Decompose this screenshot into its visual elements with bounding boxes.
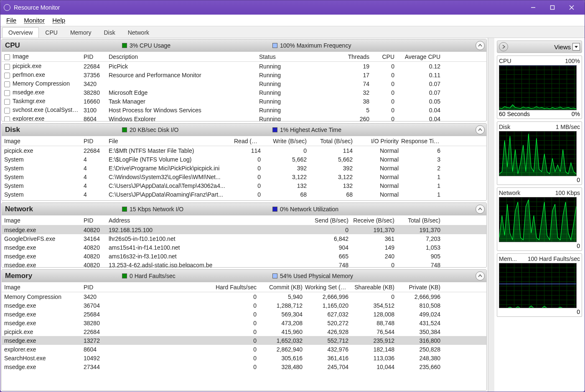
chart-title: Mem... xyxy=(499,255,517,262)
table-row[interactable]: svchost.exe (LocalSystemNet...3100Host P… xyxy=(2,106,486,114)
swatch-blue-icon xyxy=(272,207,277,212)
row-checkbox[interactable] xyxy=(4,73,10,78)
row-checkbox[interactable] xyxy=(4,99,10,105)
table-row[interactable]: explorer.exe860402,862,940432,976182,148… xyxy=(2,345,486,354)
swatch-green-icon xyxy=(122,127,127,132)
svg-marker-4 xyxy=(575,46,578,48)
table-row[interactable]: Memory Compression3420Running7400.07 xyxy=(2,79,486,88)
chart-scale: 100% xyxy=(565,58,580,64)
table-row[interactable]: msedge.exe40820192.168.125.1000191,37019… xyxy=(2,225,486,234)
panel-memory-header[interactable]: Memory 0 Hard Faults/sec 54% Used Physic… xyxy=(2,270,486,282)
close-button[interactable] xyxy=(562,0,581,15)
views-dropdown[interactable]: Views xyxy=(554,43,580,51)
table-row[interactable]: perfmon.exe37356Resource and Performance… xyxy=(2,71,486,79)
table-row[interactable]: msedge.exe38280Microsoft EdgeRunning3200… xyxy=(2,88,486,97)
table-row[interactable]: msedge.exe40820ams15s41-in-f14.1e100.net… xyxy=(2,243,486,252)
table-row[interactable]: System4C:\Users\JP\AppData\Local\Temp\43… xyxy=(2,181,486,190)
network-table-header[interactable]: ImagePIDAddress Send (B/sec)Receive (B/s… xyxy=(2,215,486,225)
disk-active-label: 1% Highest Active Time xyxy=(280,126,341,133)
table-row[interactable]: System4C:\Windows\System32\LogFiles\WMI\… xyxy=(2,172,486,181)
collapse-button[interactable] xyxy=(476,205,485,214)
panel-title: CPU xyxy=(5,41,122,50)
panel-network: Network 15 Kbps Network I/O 0% Network U… xyxy=(1,202,487,268)
disk-table-header[interactable]: ImagePIDFile Read (B/sec)Write (B/sec) T… xyxy=(2,136,486,146)
chart-foot-left: 60 Seconds xyxy=(499,111,530,117)
side-chart-network: Network100 Kbps 0 xyxy=(497,187,582,251)
collapse-button[interactable] xyxy=(476,125,485,134)
checkbox-all[interactable] xyxy=(4,54,10,60)
panel-title: Disk xyxy=(5,126,122,134)
collapse-button[interactable] xyxy=(476,41,485,50)
row-checkbox[interactable] xyxy=(4,90,10,96)
tab-overview[interactable]: Overview xyxy=(2,27,39,38)
table-row[interactable]: GoogleDriveFS.exe34164lhr26s05-in-f10.1e… xyxy=(2,234,486,243)
tab-disk[interactable]: Disk xyxy=(97,27,121,38)
tab-memory[interactable]: Memory xyxy=(64,27,98,38)
titlebar[interactable]: Resource Monitor xyxy=(0,0,585,15)
net-util-label: 0% Network Utilization xyxy=(280,206,338,212)
row-checkbox[interactable] xyxy=(4,64,10,70)
side-chart-memory: Mem...100 Hard Faults/sec 0 xyxy=(497,253,582,317)
mem-faults-label: 0 Hard Faults/sec xyxy=(130,273,176,279)
panel-network-header[interactable]: Network 15 Kbps Network I/O 0% Network U… xyxy=(2,203,486,215)
table-row[interactable]: System4E:\$LogFile (NTFS Volume Log)05,6… xyxy=(2,155,486,164)
mem-used-label: 54% Used Physical Memory xyxy=(280,273,353,279)
side-toolbar: Views xyxy=(497,40,582,53)
table-row[interactable]: picpick.exe226840415,960426,92876,544350… xyxy=(2,327,486,336)
panel-disk-header[interactable]: Disk 20 KB/sec Disk I/O 1% Highest Activ… xyxy=(2,124,486,136)
menu-file[interactable]: File xyxy=(3,16,20,25)
swatch-blue-icon xyxy=(272,43,277,48)
tab-network[interactable]: Network xyxy=(122,27,155,38)
minimize-button[interactable] xyxy=(524,0,543,15)
chart-foot-right: 0 xyxy=(577,243,580,249)
table-row[interactable]: msedge.exe273440328,480245,70410,044235,… xyxy=(2,362,486,371)
chart-title: Network xyxy=(499,190,520,196)
menu-monitor[interactable]: Monitor xyxy=(20,16,48,25)
menubar: File Monitor Help xyxy=(0,15,585,26)
table-row[interactable]: System4C:\Users\JP\AppData\Roaming\Franz… xyxy=(2,190,486,199)
memory-table-header[interactable]: ImagePID Hard Faults/secCommit (KB) Work… xyxy=(2,282,486,292)
memory-table[interactable]: ImagePID Hard Faults/secCommit (KB) Work… xyxy=(2,282,486,390)
table-row[interactable]: msedge.exe382800473,208520,27288,748431,… xyxy=(2,319,486,327)
window-title: Resource Monitor xyxy=(14,4,60,11)
row-checkbox[interactable] xyxy=(4,108,10,114)
disk-io-label: 20 KB/sec Disk I/O xyxy=(130,126,178,133)
chart-scale: 1 MB/sec xyxy=(556,124,580,130)
cpu-usage-label: 3% CPU Usage xyxy=(130,42,170,49)
table-row[interactable]: picpick.exe22684PicPickRunning1900.12 xyxy=(2,62,486,71)
cpu-table[interactable]: Image PID Description Status Threads CPU… xyxy=(2,52,486,121)
network-table[interactable]: ImagePIDAddress Send (B/sec)Receive (B/s… xyxy=(2,215,486,267)
table-row[interactable]: Taskmgr.exe16660Task ManagerRunning3800.… xyxy=(2,97,486,106)
row-checkbox[interactable] xyxy=(4,116,10,121)
table-row[interactable]: msedge.exe3670401,288,7121,165,020354,51… xyxy=(2,301,486,310)
side-panel: Views CPU100% 60 Seconds0% Disk1 MB/sec … xyxy=(494,38,585,392)
chevron-down-icon xyxy=(572,43,580,51)
side-chart-disk: Disk1 MB/sec 0 xyxy=(497,121,582,185)
chart-foot-right: 0 xyxy=(577,177,580,183)
chart-canvas xyxy=(499,263,577,308)
table-row[interactable]: SearchHost.exe104920305,616361,416113,03… xyxy=(2,354,486,362)
table-row[interactable]: msedge.exe256840569,304627,032128,008499… xyxy=(2,310,486,319)
row-checkbox[interactable] xyxy=(4,81,10,87)
table-row[interactable]: Memory Compression342005,9402,666,99602,… xyxy=(2,292,486,301)
disk-table[interactable]: ImagePIDFile Read (B/sec)Write (B/sec) T… xyxy=(2,136,486,200)
table-row[interactable]: msedge.exe1327201,652,032552,712235,9123… xyxy=(2,336,486,345)
table-row[interactable]: msedge.exe4082013.253-4-62.adsl-static.i… xyxy=(2,260,486,267)
cpu-table-header[interactable]: Image PID Description Status Threads CPU… xyxy=(2,52,486,62)
app-icon xyxy=(4,4,10,11)
main-scrollbar[interactable] xyxy=(488,38,494,392)
tabstrip: Overview CPU Memory Disk Network xyxy=(0,26,585,38)
table-row[interactable]: msedge.exe40820ams16s32-in-f3.1e100.net6… xyxy=(2,252,486,260)
swatch-blue-icon xyxy=(272,273,277,278)
table-row[interactable]: explorer.exe8604Windows ExplorerRunning2… xyxy=(2,114,486,121)
collapse-button[interactable] xyxy=(476,271,485,281)
maximize-button[interactable] xyxy=(543,0,562,15)
tab-cpu[interactable]: CPU xyxy=(39,27,64,38)
expand-button[interactable] xyxy=(499,42,508,51)
panel-cpu-header[interactable]: CPU 3% CPU Usage 100% Maximum Frequency xyxy=(2,39,486,52)
table-row[interactable]: picpick.exe22684E:\$Mft (NTFS Master Fil… xyxy=(2,146,486,155)
swatch-green-icon xyxy=(122,273,127,278)
panel-disk: Disk 20 KB/sec Disk I/O 1% Highest Activ… xyxy=(1,123,487,201)
table-row[interactable]: System4E:\Drive\Programe Mici\PickPick\p… xyxy=(2,164,486,172)
menu-help[interactable]: Help xyxy=(49,16,69,25)
